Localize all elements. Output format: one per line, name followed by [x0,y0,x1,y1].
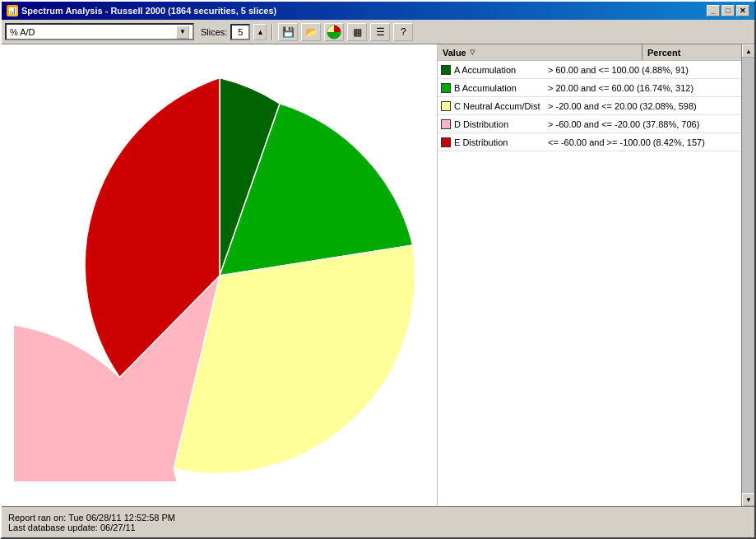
scroll-track[interactable] [742,58,754,493]
title-controls: _ □ ✕ [707,5,749,16]
title-bar: 📊 Spectrum Analysis - Russell 2000 (1864… [2,2,754,20]
vertical-scrollbar: ▲ ▼ [741,44,754,506]
legend-color-box [441,137,451,147]
status-line1: Report ran on: Tue 06/28/11 12:52:58 PM [8,513,748,523]
legend-item-name: C Neutral Accum/Dist [454,101,545,111]
table-icon: ▦ [353,26,362,38]
dropdown-arrow-icon[interactable]: ▼ [176,26,189,39]
legend-color-box [441,65,451,75]
scroll-up-button[interactable]: ▲ [742,44,754,58]
save-icon: 💾 [282,26,295,38]
minimize-button[interactable]: _ [707,5,720,16]
legend-item-range: > 60.00 and <= 100.00 (4.88%, 91) [548,65,738,75]
app-icon: 📊 [7,5,18,16]
status-bar: Report ran on: Tue 06/28/11 12:52:58 PM … [2,506,754,537]
legend-rows: A Accumulation > 60.00 and <= 100.00 (4.… [438,61,741,151]
settings-button[interactable]: ☰ [370,23,390,41]
status-line2: Last database update: 06/27/11 [8,523,748,532]
toolbar-separator [271,24,273,40]
main-content: Value ▽ Percent A Accumulation > 60.00 a… [2,44,754,506]
slices-label: Slices: [201,27,227,37]
legend-color-box [441,83,451,93]
legend-row: A Accumulation > 60.00 and <= 100.00 (4.… [438,61,741,79]
maximize-button[interactable]: □ [721,5,735,16]
legend-item-range: <= -60.00 and >= -100.00 (8.42%, 157) [548,137,738,147]
toolbar: % A/D ▼ Slices: 5 ▲ 💾 📂 ▦ ☰ ? [2,20,754,44]
legend-item-range: > 20.00 and <= 60.00 (16.74%, 312) [548,83,738,93]
legend-row: D Distribution > -60.00 and <= -20.00 (3… [438,115,741,133]
legend-item-range: > -60.00 and <= -20.00 (37.88%, 706) [548,119,738,129]
slices-input[interactable]: 5 [230,24,250,40]
main-window: 📊 Spectrum Analysis - Russell 2000 (1864… [0,0,756,539]
legend-area: Value ▽ Percent A Accumulation > 60.00 a… [437,44,741,506]
legend-color-box [441,119,451,129]
slices-increment-btn[interactable]: ▲ [253,24,267,40]
table-button[interactable]: ▦ [347,23,367,41]
pie-chart-icon [327,25,341,39]
help-button[interactable]: ? [393,23,413,41]
help-icon: ? [401,26,406,38]
legend-item-name: B Accumulation [454,83,545,93]
open-icon: 📂 [305,26,318,38]
settings-icon: ☰ [376,26,385,38]
percent-col-label: Percent [647,48,680,58]
save-button[interactable]: 💾 [278,23,298,41]
legend-row: C Neutral Accum/Dist > -20.00 and <= 20.… [438,97,741,115]
pie-chart [14,70,425,481]
legend-color-box [441,101,451,111]
sort-icon: ▽ [470,49,475,56]
legend-item-range: > -20.00 and <= 20.00 (32.08%, 598) [548,101,738,111]
legend-item-name: D Distribution [454,119,545,129]
title-bar-left: 📊 Spectrum Analysis - Russell 2000 (1864… [7,5,276,16]
legend-item-name: E Distribution [454,137,545,147]
legend-header: Value ▽ Percent [438,44,741,61]
analysis-dropdown[interactable]: % A/D ▼ [5,23,194,40]
legend-item-name: A Accumulation [454,65,545,75]
close-button[interactable]: ✕ [736,5,749,16]
pie-chart-svg [14,70,425,481]
legend-row: E Distribution <= -60.00 and >= -100.00 … [438,133,741,151]
window-title: Spectrum Analysis - Russell 2000 (1864 s… [21,6,276,16]
legend-row: B Accumulation > 20.00 and <= 60.00 (16.… [438,79,741,97]
chart-area [2,44,437,506]
legend-col-value[interactable]: Value ▽ [438,44,642,60]
legend-col-percent[interactable]: Percent [642,44,741,60]
open-button[interactable]: 📂 [301,23,321,41]
chart-button[interactable] [324,23,344,41]
value-col-label: Value [443,48,466,58]
scroll-down-button[interactable]: ▼ [742,493,754,506]
dropdown-value: % A/D [10,27,35,37]
